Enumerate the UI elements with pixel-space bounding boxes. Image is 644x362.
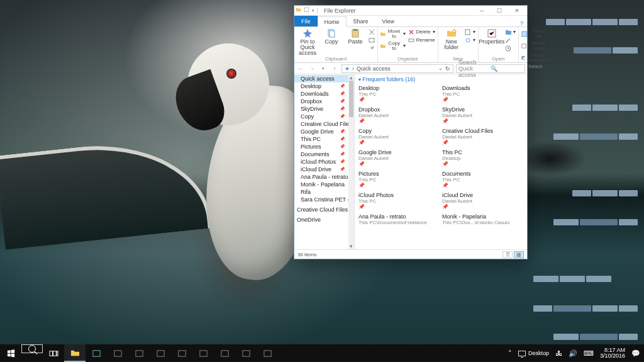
desktop-widget[interactable] <box>574 47 638 54</box>
scroll-thumb[interactable] <box>349 81 353 117</box>
nav-recent-button[interactable]: ▾ <box>319 64 328 73</box>
taskbar-app-6[interactable] <box>192 344 214 362</box>
action-center-icon[interactable]: 💬 <box>631 349 640 358</box>
tab-file[interactable]: File <box>294 16 318 26</box>
desktop-widget[interactable] <box>533 305 638 312</box>
sidebar-item[interactable]: iCloud Photos📌 <box>294 158 354 166</box>
taskbar-app-9[interactable] <box>257 344 278 362</box>
sidebar-item[interactable]: Desktop📌 <box>294 82 354 90</box>
easy-access-button[interactable]: ▾ <box>465 37 475 44</box>
history-button[interactable] <box>505 45 516 52</box>
nav-up-button[interactable]: ↑ <box>330 64 339 73</box>
sidebar-item[interactable]: Creative Cloud Files📌 <box>294 120 354 128</box>
copy-to-button[interactable]: Copy to ▾ <box>380 40 406 52</box>
folder-tile[interactable]: Monik - PapelariaThis PC\Doc...\Estúdio … <box>442 213 523 225</box>
sidebar-item[interactable]: Monik - Papelaria <box>294 181 354 188</box>
tray-show-desktop[interactable]: Desktop <box>518 350 549 356</box>
titlebar[interactable]: ▾ File Explorer ─ ☐ ✕ <box>294 6 527 16</box>
sidebar-item[interactable]: Pictures📌 <box>294 143 354 150</box>
desktop-widget[interactable] <box>553 219 638 225</box>
tray-keyboard-icon[interactable]: ⌨ <box>584 349 594 358</box>
qat-properties-icon[interactable] <box>304 7 309 14</box>
qat-dropdown-icon[interactable]: ▾ <box>312 8 314 13</box>
invert-selection-button[interactable]: Invert selection <box>521 52 550 64</box>
desktop-widget[interactable] <box>533 276 611 282</box>
task-view-button[interactable] <box>43 344 64 362</box>
sidebar-item[interactable]: This PC📌 <box>294 135 354 143</box>
taskbar-search-button[interactable] <box>21 344 43 353</box>
paste-button[interactable]: Paste <box>345 28 366 45</box>
maximize-button[interactable]: ☐ <box>491 6 508 15</box>
sidebar-item[interactable]: Downloads📌 <box>294 90 354 98</box>
taskbar-app-7[interactable] <box>214 344 235 362</box>
tray-volume-icon[interactable]: 🔊 <box>569 349 577 358</box>
taskbar-app-8[interactable] <box>235 344 257 362</box>
sidebar-item[interactable]: iCloud Drive📌 <box>294 166 354 173</box>
cut-button[interactable] <box>369 28 375 36</box>
minimize-button[interactable]: ─ <box>473 6 491 15</box>
desktop-widget[interactable] <box>553 334 638 340</box>
select-all-button[interactable]: Select all <box>521 28 550 40</box>
sidebar-section[interactable]: Creative Cloud Files <box>294 206 354 213</box>
folder-tile[interactable]: This PCDesktop📌 <box>442 149 523 167</box>
properties-button[interactable]: Properties <box>481 28 502 45</box>
folder-tile[interactable]: Google DriveDaniel Aubert📌 <box>358 149 440 167</box>
sidebar-item[interactable]: Copy📌 <box>294 113 354 120</box>
rename-button[interactable]: Rename <box>408 37 435 44</box>
folder-tile[interactable]: DownloadsThis PC📌 <box>442 85 523 103</box>
pin-to-quick-access-button[interactable]: Pin to Quick access <box>297 28 318 56</box>
taskbar-app-2[interactable] <box>107 344 128 362</box>
move-to-button[interactable]: Move to ▾ <box>380 28 406 40</box>
nav-forward-button[interactable]: → <box>308 64 316 73</box>
desktop-widget[interactable] <box>546 19 638 25</box>
folder-tile[interactable]: iCloud PhotosThis PC📌 <box>358 192 440 210</box>
tab-home[interactable]: Home <box>318 16 347 27</box>
desktop-widget[interactable] <box>572 105 638 111</box>
copy-button[interactable]: Copy <box>321 28 342 45</box>
folder-tile[interactable]: DropboxDaniel Aubert📌 <box>358 106 440 124</box>
breadcrumb[interactable]: ★ › Quick access ⌄ ↻ <box>341 64 453 73</box>
delete-button[interactable]: Delete ▾ <box>408 28 435 36</box>
taskbar-explorer-button[interactable] <box>64 344 86 362</box>
desktop-widget[interactable] <box>553 133 638 140</box>
search-input[interactable]: Search Quick access 🔍 <box>456 64 525 73</box>
taskbar-app-4[interactable] <box>150 344 171 362</box>
edit-button[interactable] <box>505 37 516 44</box>
tray-chevron-up-icon[interactable]: ˄ <box>508 349 512 358</box>
new-item-button[interactable]: ▾ <box>465 28 475 36</box>
sidebar-item[interactable]: Dropbox📌 <box>294 98 354 105</box>
scroll-down-icon[interactable]: ▾ <box>348 243 354 249</box>
folder-tile[interactable]: Creative Cloud FilesDaniel Aubert📌 <box>442 128 523 145</box>
folder-tile[interactable]: DesktopThis PC📌 <box>358 85 440 103</box>
folder-tile[interactable]: PicturesThis PC📌 <box>358 171 440 188</box>
view-tiles-button[interactable]: ▦ <box>514 251 524 258</box>
select-none-button[interactable]: Select none <box>521 40 550 52</box>
sidebar-item[interactable]: Quick access <box>294 75 354 82</box>
sidebar-item[interactable]: Rifa <box>294 188 354 196</box>
sidebar-item[interactable]: SkyDrive📌 <box>294 105 354 113</box>
sidebar-item[interactable]: Google Drive📌 <box>294 128 354 135</box>
view-details-button[interactable]: ☰ <box>502 251 513 258</box>
scroll-up-icon[interactable]: ▴ <box>348 74 354 81</box>
tab-view[interactable]: View <box>375 16 401 26</box>
close-button[interactable]: ✕ <box>508 6 526 15</box>
start-button[interactable] <box>0 344 21 362</box>
taskbar-app-1[interactable] <box>86 344 107 362</box>
tab-share[interactable]: Share <box>347 16 375 26</box>
file-list[interactable]: Frequent folders (16) DesktopThis PC📌Dow… <box>355 74 527 249</box>
folder-tile[interactable]: CopyDaniel Aubert📌 <box>358 128 440 145</box>
open-button[interactable]: ▾ <box>505 28 516 36</box>
folder-tile[interactable]: iCloud DriveDaniel Aubert📌 <box>442 192 523 210</box>
folder-tile[interactable]: SkyDriveDaniel Aubert📌 <box>442 106 523 124</box>
nav-back-button[interactable]: ← <box>296 64 305 73</box>
chevron-down-icon[interactable]: ⌄ <box>438 65 443 71</box>
ribbon-help-icon[interactable]: ? <box>516 20 527 26</box>
taskbar-app-5[interactable] <box>171 344 192 362</box>
new-folder-button[interactable]: New folder <box>441 28 462 50</box>
copy-path-button[interactable] <box>369 37 375 44</box>
sidebar-item[interactable]: Sara Cristina PET - Gusta <box>294 196 354 203</box>
group-header[interactable]: Frequent folders (16) <box>358 76 523 82</box>
desktop-widget[interactable] <box>572 190 638 196</box>
sidebar-scrollbar[interactable]: ▴ ▾ <box>348 74 354 249</box>
folder-tile[interactable]: DocumentsThis PC📌 <box>442 171 523 188</box>
